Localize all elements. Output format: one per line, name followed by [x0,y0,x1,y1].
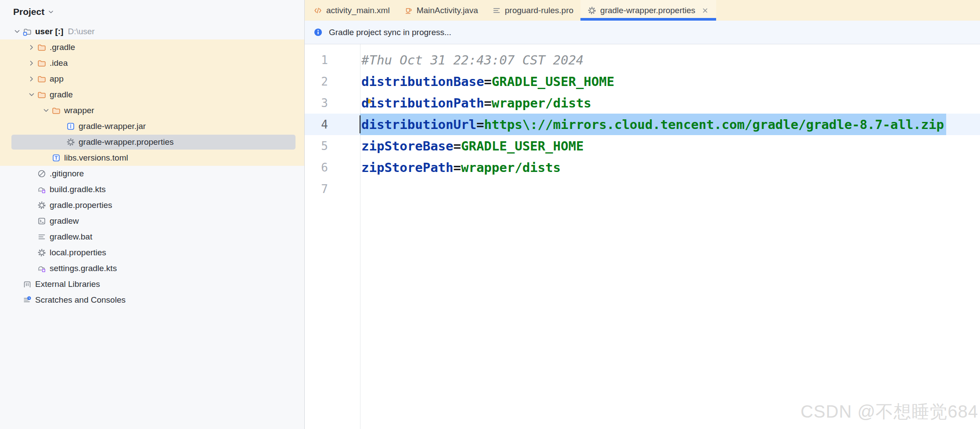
code-text[interactable]: zipStorePath=wrapper/dists [360,160,561,175]
tree-item-content: user [:]D:\user [0,26,95,37]
chevron-right-icon[interactable] [26,42,37,53]
editor-line-3[interactable]: 3distributionPath=wrapper/dists [305,92,980,114]
token-comment: #Thu Oct 31 22:43:07 CST 2024 [361,53,584,68]
chevron-down-icon[interactable] [26,89,37,100]
tree-item-content: gradlew [0,215,79,227]
gradle-kts-icon [37,185,46,194]
tree-item-app[interactable]: app [0,71,304,87]
tree-item-label: gradle.properties [50,200,112,210]
tree-item-label: .idea [50,58,68,68]
tree-item-content: External Libraries [0,279,100,290]
tab-activity-main.xml[interactable]: activity_main.xml [306,0,397,21]
tree-item-settings.gradle.kts[interactable]: settings.gradle.kts [0,261,304,276]
chevron-right-icon[interactable] [26,57,37,69]
tab-label: gradle-wrapper.properties [600,6,695,15]
code-editor[interactable]: 1#Thu Oct 31 22:43:07 CST 20242distribut… [305,44,980,429]
tree-item-content: settings.gradle.kts [0,263,117,274]
tab-label: MainActivity.java [417,6,478,15]
chevron-spacer [11,279,23,290]
line-number: 2 [305,75,360,88]
token-eq: = [454,139,461,154]
tree-item-label: build.gradle.kts [50,185,106,194]
code-text[interactable]: #Thu Oct 31 22:43:07 CST 2024 [360,53,584,68]
tree-item-gradle-wrapper.jar[interactable]: gradle-wrapper.jar [0,118,304,134]
tab-gradle-wrapper.properties[interactable]: gradle-wrapper.properties [580,0,716,21]
tree-item-label: user [:] [35,27,63,36]
tree-item-.idea[interactable]: .idea [0,55,304,71]
chevron-spacer [26,200,37,211]
tree-item-wrapper[interactable]: wrapper [0,103,304,118]
token-eq: = [484,74,491,89]
folder-icon [52,106,61,115]
folder-icon [37,75,46,83]
token-value: GRADLE_USER_HOME [492,74,614,89]
tree-item-label: External Libraries [35,279,100,289]
chevron-down-icon[interactable] [47,8,55,16]
gear-icon [66,138,75,147]
ide-window: Project user [:]D:\user.gradle.ideaappgr… [0,0,980,429]
tree-item-label: gradle-wrapper.properties [79,137,174,147]
project-tool-window-header[interactable]: Project [0,0,304,24]
tree-item-user-[interactable]: user [:]D:\user [0,24,304,39]
tree-item-content: .gitignore [0,168,84,179]
chevron-spacer [26,184,37,195]
editor-line-6[interactable]: 6zipStorePath=wrapper/dists [305,157,980,178]
token-value: https\://mirrors.cloud.tencent.com/gradl… [484,117,944,132]
tree-item-content: gradle-wrapper.properties [0,136,174,148]
gear-icon [37,248,46,257]
token-value: GRADLE_USER_HOME [461,139,584,154]
text-caret [360,115,360,133]
tree-item-content: app [0,73,64,85]
editor-tab-bar: activity_main.xmlMainActivity.javaprogua… [305,0,980,21]
tree-item-gradle.properties[interactable]: gradle.properties [0,197,304,213]
token-key: distributionUrl [361,117,476,132]
tab-proguard-rules.pro[interactable]: proguard-rules.pro [485,0,580,21]
code-tag-icon [313,6,322,15]
tree-item-gradlew[interactable]: gradlew [0,213,304,229]
code-text[interactable]: distributionUrl=https\://mirrors.cloud.t… [360,117,944,132]
chevron-down-icon[interactable] [40,105,52,116]
chevron-spacer [26,263,37,274]
editor-line-5[interactable]: 5zipStoreBase=GRADLE_USER_HOME [305,135,980,157]
text-lines-icon [492,6,501,15]
tree-item-label: .gradle [50,43,75,52]
editor-line-2[interactable]: 2distributionBase=GRADLE_USER_HOME [305,71,980,92]
editor-line-4[interactable]: 4distributionUrl=https\://mirrors.cloud.… [305,114,980,135]
tree-item-.gitignore[interactable]: .gitignore [0,166,304,182]
code-text[interactable]: distributionBase=GRADLE_USER_HOME [360,74,614,89]
tab-mainactivity.java[interactable]: MainActivity.java [397,0,485,21]
ignored-icon [37,169,46,178]
svg-text:T: T [55,155,58,161]
chevron-spacer [26,247,37,258]
chevron-down-icon[interactable] [11,26,23,37]
text-lines-icon [37,232,46,241]
editor-line-7[interactable]: 7 [305,178,980,200]
chevron-right-icon[interactable] [26,73,37,85]
line-number: 3 [305,97,360,110]
tree-item-label: gradle-wrapper.jar [79,122,146,131]
editor-line-1[interactable]: 1#Thu Oct 31 22:43:07 CST 2024 [305,49,980,71]
line-number: 5 [305,139,360,153]
code-text[interactable]: distributionPath=wrapper/dists [360,96,591,111]
project-panel: Project user [:]D:\user.gradle.ideaappgr… [0,0,305,429]
tree-item-build.gradle.kts[interactable]: build.gradle.kts [0,182,304,197]
tree-item-gradle[interactable]: gradle [0,87,304,103]
code-text[interactable]: zipStoreBase=GRADLE_USER_HOME [360,139,584,154]
jar-icon [66,122,75,131]
watermark: CSDN @不想睡觉684 [800,400,978,424]
editor-area: activity_main.xmlMainActivity.javaprogua… [305,0,980,429]
tree-item-scratches-and-consoles[interactable]: Scratches and Consoles [0,292,304,308]
tree-item-content: wrapper [0,105,94,116]
tree-item-path-hint: D:\user [68,27,94,36]
tree-item-.gradle[interactable]: .gradle [0,39,304,55]
tree-item-libs.versions.toml[interactable]: Tlibs.versions.toml [0,150,304,166]
tree-item-content: .gradle [0,42,75,53]
tree-item-content: gradle-wrapper.jar [0,121,146,132]
tree-item-content: gradlew.bat [0,231,92,243]
close-icon[interactable] [701,7,709,14]
tree-item-gradle-wrapper.properties[interactable]: gradle-wrapper.properties [0,134,304,150]
tree-item-gradlew.bat[interactable]: gradlew.bat [0,229,304,245]
chevron-spacer [40,152,52,164]
tree-item-external-libraries[interactable]: External Libraries [0,276,304,292]
tree-item-local.properties[interactable]: local.properties [0,245,304,261]
